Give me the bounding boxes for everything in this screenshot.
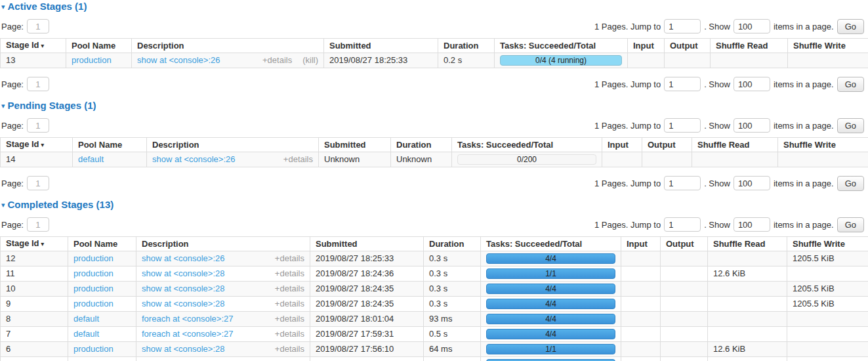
stage-id-cell: 7 bbox=[1, 327, 68, 342]
collapse-caret-icon: ▾ bbox=[1, 102, 5, 110]
description-cell: show at <console>:28+details bbox=[136, 282, 310, 297]
pending-stages-collapse-header[interactable]: ▾Pending Stages (1) bbox=[1, 100, 868, 111]
col-header-duration: Duration bbox=[438, 39, 495, 53]
duration-cell: 93 ms bbox=[424, 312, 481, 327]
details-toggle[interactable]: +details bbox=[283, 155, 313, 164]
kill-link[interactable]: (kill) bbox=[302, 56, 318, 65]
col-header-stage-id[interactable]: Stage Id ▾ bbox=[1, 138, 73, 152]
page-label: Page: bbox=[1, 179, 24, 188]
details-toggle[interactable]: +details bbox=[275, 345, 304, 354]
pool-name-cell: production bbox=[68, 266, 136, 282]
stage-row: 10productionshow at <console>:28+details… bbox=[1, 282, 868, 297]
stage-id-cell: 11 bbox=[1, 266, 68, 282]
stage-id-cell: 9 bbox=[1, 297, 68, 312]
page-number-input[interactable] bbox=[27, 217, 49, 232]
active-stages-collapse-header[interactable]: ▾Active Stages (1) bbox=[1, 1, 868, 12]
page-number-input[interactable] bbox=[27, 19, 49, 33]
col-header-output: Output bbox=[642, 138, 692, 152]
col-header-pool-name: Pool Name bbox=[73, 138, 147, 152]
stage-description-link[interactable]: show at <console>:28 bbox=[142, 299, 224, 308]
stage-description-link[interactable]: foreach at <console>:27 bbox=[142, 329, 234, 339]
pool-name-link[interactable]: default bbox=[73, 329, 99, 339]
pool-name-cell: production bbox=[68, 251, 136, 266]
stage-id-cell: 5 bbox=[1, 357, 68, 361]
col-header-stage-id[interactable]: Stage Id ▾ bbox=[1, 39, 66, 53]
tasks-progress-cell: 0/200 bbox=[452, 152, 602, 167]
details-toggle[interactable]: +details bbox=[275, 299, 304, 308]
show-items-input[interactable] bbox=[734, 176, 770, 190]
page-label: Page: bbox=[1, 79, 24, 89]
stage-description-link[interactable]: show at <console>:26 bbox=[142, 254, 224, 263]
page-number-input[interactable] bbox=[27, 77, 49, 91]
jump-to-page-input[interactable] bbox=[664, 176, 701, 190]
duration-cell: 0.3 s bbox=[424, 282, 481, 297]
show-items-input[interactable] bbox=[734, 118, 770, 133]
col-header-output: Output bbox=[665, 39, 711, 53]
go-button[interactable]: Go bbox=[837, 217, 864, 232]
shuffle-write-cell: 1205.5 KiB bbox=[787, 297, 868, 312]
stage-description-link[interactable]: show at <console>:26 bbox=[137, 56, 220, 65]
go-button[interactable]: Go bbox=[837, 77, 864, 92]
shuffle-write-cell bbox=[787, 327, 868, 342]
jump-to-page-input[interactable] bbox=[664, 19, 701, 33]
stage-id-cell: 10 bbox=[1, 282, 68, 297]
col-header-shuffle-write: Shuffle Write bbox=[778, 138, 868, 152]
output-cell bbox=[661, 297, 708, 312]
show-label: . Show bbox=[704, 121, 730, 131]
pool-name-link[interactable]: production bbox=[73, 268, 114, 278]
go-button[interactable]: Go bbox=[837, 176, 864, 191]
shuffle-write-cell bbox=[787, 312, 868, 327]
pending-stages-table: Stage Id ▾Pool NameDescriptionSubmittedD… bbox=[0, 137, 868, 167]
show-items-input[interactable] bbox=[734, 217, 770, 232]
stage-description-link[interactable]: show at <console>:28 bbox=[142, 269, 224, 278]
output-cell bbox=[661, 357, 708, 361]
header-row: Stage Id ▾Pool NameDescriptionSubmittedD… bbox=[1, 39, 868, 53]
pages-count-text: 1 Pages. Jump to bbox=[594, 79, 661, 89]
jump-to-page-input[interactable] bbox=[664, 118, 701, 133]
details-toggle[interactable]: +details bbox=[262, 56, 292, 65]
shuffle-write-cell: 1205.5 KiB bbox=[787, 357, 868, 361]
shuffle-read-cell: 12.6 KiB bbox=[708, 266, 787, 282]
pool-name-link[interactable]: production bbox=[73, 299, 114, 308]
jump-to-page-input[interactable] bbox=[664, 77, 701, 91]
tasks-progress-cell: 1/1 bbox=[481, 342, 621, 357]
stage-description-link[interactable]: foreach at <console>:27 bbox=[142, 314, 234, 324]
shuffle-write-cell bbox=[778, 152, 868, 167]
details-toggle[interactable]: +details bbox=[275, 269, 304, 278]
pool-name-link[interactable]: default bbox=[78, 154, 104, 164]
section-title: Active Stages (1) bbox=[8, 1, 87, 12]
submitted-cell: 2019/08/27 18:24:36 bbox=[310, 266, 424, 282]
go-button[interactable]: Go bbox=[837, 19, 864, 34]
pool-name-link[interactable]: default bbox=[73, 314, 99, 324]
stage-description-link[interactable]: show at <console>:28 bbox=[142, 345, 224, 354]
stage-description-link[interactable]: show at <console>:28 bbox=[142, 284, 224, 293]
completed-stages-collapse-header[interactable]: ▾Completed Stages (13) bbox=[1, 199, 868, 210]
show-items-input[interactable] bbox=[734, 19, 770, 33]
page-number-input[interactable] bbox=[27, 118, 49, 133]
pool-name-link[interactable]: production bbox=[72, 55, 112, 65]
tasks-progress-cell: 4/4 bbox=[481, 327, 621, 342]
pool-name-link[interactable]: production bbox=[73, 284, 114, 293]
shuffle-write-cell bbox=[788, 53, 868, 68]
details-toggle[interactable]: +details bbox=[275, 254, 304, 263]
go-button[interactable]: Go bbox=[837, 118, 864, 133]
pool-name-link[interactable]: production bbox=[73, 344, 114, 354]
details-toggle[interactable]: +details bbox=[275, 314, 304, 324]
stage-id-cell: 13 bbox=[1, 53, 66, 68]
pool-name-link[interactable]: production bbox=[73, 253, 114, 263]
details-toggle[interactable]: +details bbox=[275, 329, 304, 339]
description-cell: show at <console>:26+details bbox=[147, 152, 319, 167]
details-toggle[interactable]: +details bbox=[275, 284, 304, 293]
shuffle-write-cell bbox=[787, 342, 868, 357]
jump-to-page-input[interactable] bbox=[664, 217, 701, 232]
stage-row: 5productionshow at <console>:28+details2… bbox=[1, 357, 868, 361]
col-header-stage-id[interactable]: Stage Id ▾ bbox=[1, 237, 68, 251]
output-cell bbox=[642, 152, 692, 167]
items-per-page-label: items in a page. bbox=[774, 220, 834, 230]
stage-row: 13productionshow at <console>:26+details… bbox=[1, 53, 868, 68]
shuffle-read-cell bbox=[692, 152, 778, 167]
page-number-input[interactable] bbox=[27, 176, 49, 190]
show-label: . Show bbox=[704, 79, 730, 89]
show-items-input[interactable] bbox=[734, 77, 770, 91]
stage-description-link[interactable]: show at <console>:26 bbox=[152, 155, 235, 164]
